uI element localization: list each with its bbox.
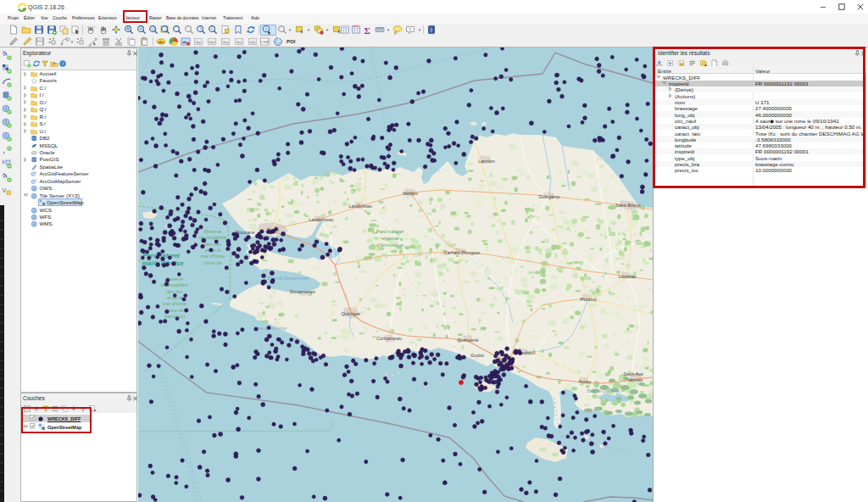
- svg-text:Quimperlé: Quimperlé: [457, 337, 478, 343]
- svg-text:V: V: [3, 174, 6, 179]
- svg-text:abc: abc: [158, 40, 164, 44]
- svg-text:Saint-Brieuc: Saint-Brieuc: [615, 203, 641, 208]
- svg-text:Guidel: Guidel: [470, 353, 484, 358]
- svg-text:des îles: des îles: [167, 289, 183, 294]
- svg-text:transition): transition): [164, 314, 185, 319]
- svg-text:,: ,: [3, 147, 5, 154]
- svg-text:Douarnenez: Douarnenez: [290, 289, 315, 294]
- svg-text:Concarneau: Concarneau: [376, 336, 402, 341]
- svg-text:Baie de Quiberon: Baie de Quiberon: [587, 388, 620, 393]
- svg-text:Vannes: Vannes: [627, 377, 643, 382]
- svg-text:Auray: Auray: [579, 379, 592, 384]
- svg-text:CSW: CSW: [261, 41, 269, 44]
- svg-text:V: V: [3, 52, 6, 57]
- svg-text:Saint-Avé: Saint-Avé: [623, 371, 643, 376]
- svg-text:Landivisiau: Landivisiau: [348, 204, 372, 209]
- svg-text:Loudéac: Loudéac: [618, 274, 636, 279]
- svg-text:Réserve: Réserve: [204, 229, 221, 234]
- svg-text:d'Armorique: d'Armorique: [376, 243, 404, 248]
- svg-text:mer d’Iroise: mer d’Iroise: [163, 301, 187, 306]
- svg-text:T: T: [409, 27, 412, 32]
- svg-text:V: V: [3, 187, 7, 193]
- svg-text:Parc naturel: Parc naturel: [376, 229, 404, 234]
- svg-text:mer d’Iroise: mer d’Iroise: [201, 254, 225, 259]
- svg-text:ab: ab: [182, 40, 186, 44]
- svg-text:?: ?: [431, 28, 433, 33]
- svg-text:1:1: 1:1: [151, 27, 157, 31]
- svg-text:Guingamp: Guingamp: [538, 194, 559, 199]
- svg-text:Quimper: Quimper: [341, 311, 360, 316]
- svg-text:Σ: Σ: [364, 25, 370, 36]
- svg-text:Morlaix: Morlaix: [403, 191, 418, 196]
- svg-text:Lannion: Lannion: [478, 159, 495, 164]
- svg-text:Landerneau: Landerneau: [309, 217, 333, 222]
- svg-text:régional: régional: [381, 236, 399, 241]
- svg-text:des îles: des îles: [205, 242, 221, 247]
- svg-text:(zone de: (zone de: [203, 260, 221, 265]
- svg-text:Pontivy: Pontivy: [580, 297, 597, 302]
- svg-text:Carhaix-Plouguer: Carhaix-Plouguer: [444, 250, 481, 255]
